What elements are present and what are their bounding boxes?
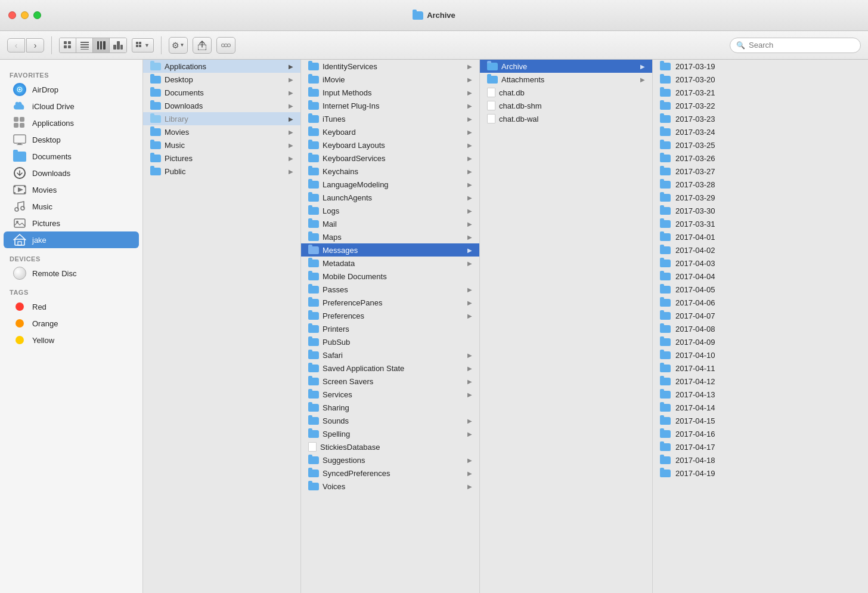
forward-button[interactable]: › xyxy=(26,38,44,52)
list-item[interactable]: 2017-04-11 xyxy=(653,362,868,375)
list-item[interactable]: 2017-04-02 xyxy=(653,243,868,257)
list-item[interactable]: 2017-04-16 xyxy=(653,427,868,440)
list-item-attachments[interactable]: Attachments ▶ xyxy=(480,73,652,86)
list-item-chat-db[interactable]: chat.db xyxy=(480,86,652,99)
list-item[interactable]: Screen Savers ▶ xyxy=(301,375,479,388)
list-item[interactable]: Spelling ▶ xyxy=(301,427,479,440)
list-item[interactable]: 2017-04-08 xyxy=(653,322,868,335)
search-input[interactable] xyxy=(749,41,854,50)
list-item[interactable]: Documents ▶ xyxy=(143,86,300,99)
list-item[interactable]: 2017-04-03 xyxy=(653,257,868,270)
sidebar-item-tag-orange[interactable]: Orange xyxy=(4,315,139,332)
sidebar-item-tag-red[interactable]: Red xyxy=(4,298,139,315)
list-item[interactable]: Pictures ▶ xyxy=(143,152,300,165)
list-item[interactable]: Applications ▶ xyxy=(143,60,300,73)
list-item[interactable]: IdentityServices ▶ xyxy=(301,60,479,73)
list-item[interactable]: 2017-03-26 xyxy=(653,152,868,165)
icon-view-button[interactable] xyxy=(60,38,76,52)
list-item[interactable]: Voices ▶ xyxy=(301,480,479,493)
list-item[interactable]: 2017-03-23 xyxy=(653,112,868,125)
tag-button[interactable] xyxy=(216,37,235,54)
list-item[interactable]: Music ▶ xyxy=(143,138,300,152)
list-item[interactable]: KeyboardServices ▶ xyxy=(301,152,479,165)
list-item[interactable]: 2017-03-19 xyxy=(653,60,868,73)
list-item[interactable]: 2017-03-22 xyxy=(653,99,868,112)
sidebar-item-tag-yellow[interactable]: Yellow xyxy=(4,332,139,348)
list-item[interactable]: 2017-04-15 xyxy=(653,414,868,427)
list-item[interactable]: Desktop ▶ xyxy=(143,73,300,86)
list-item[interactable]: 2017-03-25 xyxy=(653,138,868,152)
list-item[interactable]: 2017-04-10 xyxy=(653,348,868,362)
list-item[interactable]: Mail ▶ xyxy=(301,217,479,230)
list-item[interactable]: PubSub xyxy=(301,335,479,348)
list-item[interactable]: Keychains ▶ xyxy=(301,165,479,178)
list-item[interactable]: Suggestions ▶ xyxy=(301,453,479,467)
list-item[interactable]: PreferencePanes ▶ xyxy=(301,296,479,309)
list-item-messages[interactable]: Messages ▶ xyxy=(301,243,479,257)
sidebar-item-airdrop[interactable]: AirDrop xyxy=(4,81,139,98)
cover-flow-button[interactable] xyxy=(110,38,126,52)
back-button[interactable]: ‹ xyxy=(7,38,25,52)
list-item[interactable]: 2017-04-13 xyxy=(653,388,868,401)
list-view-button[interactable] xyxy=(76,38,93,52)
sidebar-item-jake[interactable]: jake xyxy=(4,231,139,248)
sidebar-item-remote-disc[interactable]: Remote Disc xyxy=(4,265,139,282)
list-item[interactable]: 2017-03-27 xyxy=(653,165,868,178)
list-item[interactable]: Maps ▶ xyxy=(301,230,479,243)
arrange-by-button[interactable]: ▼ xyxy=(132,38,154,52)
sidebar-item-documents[interactable]: Documents xyxy=(4,148,139,165)
list-item[interactable]: 2017-04-01 xyxy=(653,230,868,243)
list-item[interactable]: Services ▶ xyxy=(301,388,479,401)
list-item[interactable]: 2017-03-20 xyxy=(653,73,868,86)
list-item[interactable]: 2017-04-06 xyxy=(653,296,868,309)
list-item[interactable]: iTunes ▶ xyxy=(301,112,479,125)
list-item[interactable]: 2017-03-31 xyxy=(653,217,868,230)
list-item[interactable]: Internet Plug-Ins ▶ xyxy=(301,99,479,112)
list-item[interactable]: LanguageModeling ▶ xyxy=(301,178,479,191)
list-item[interactable]: Passes ▶ xyxy=(301,283,479,296)
list-item[interactable]: Mobile Documents xyxy=(301,270,479,283)
list-item[interactable]: Preferences ▶ xyxy=(301,309,479,322)
sidebar-item-desktop[interactable]: Desktop xyxy=(4,131,139,148)
sidebar-item-music[interactable]: Music xyxy=(4,198,139,215)
list-item[interactable]: Downloads ▶ xyxy=(143,99,300,112)
list-item[interactable]: 2017-04-12 xyxy=(653,375,868,388)
list-item[interactable]: iMovie ▶ xyxy=(301,73,479,86)
list-item[interactable]: LaunchAgents ▶ xyxy=(301,191,479,204)
list-item[interactable]: 2017-03-24 xyxy=(653,125,868,138)
list-item[interactable]: Public ▶ xyxy=(143,165,300,178)
list-item-archive[interactable]: Archive ▶ xyxy=(480,60,652,73)
list-item[interactable]: SyncedPreferences ▶ xyxy=(301,467,479,480)
list-item[interactable]: Keyboard Layouts ▶ xyxy=(301,138,479,152)
share-button[interactable] xyxy=(193,37,212,54)
sidebar-item-pictures[interactable]: Pictures xyxy=(4,215,139,231)
list-item[interactable]: Sounds ▶ xyxy=(301,414,479,427)
list-item[interactable]: Safari ▶ xyxy=(301,348,479,362)
settings-button[interactable]: ⚙ ▼ xyxy=(169,37,188,54)
list-item[interactable]: Sharing xyxy=(301,401,479,414)
list-item[interactable]: 2017-03-29 xyxy=(653,191,868,204)
list-item[interactable]: 2017-04-19 xyxy=(653,467,868,480)
list-item[interactable]: 2017-03-30 xyxy=(653,204,868,217)
list-item[interactable]: 2017-04-04 xyxy=(653,270,868,283)
list-item[interactable]: 2017-04-09 xyxy=(653,335,868,348)
list-item[interactable]: 2017-04-07 xyxy=(653,309,868,322)
search-bar[interactable]: 🔍 xyxy=(730,38,861,53)
list-item[interactable]: Keyboard ▶ xyxy=(301,125,479,138)
column-view-button[interactable] xyxy=(93,38,110,52)
list-item[interactable]: 2017-03-28 xyxy=(653,178,868,191)
sidebar-item-movies[interactable]: Movies xyxy=(4,181,139,198)
sidebar-item-downloads[interactable]: Downloads xyxy=(4,165,139,181)
list-item[interactable]: 2017-04-14 xyxy=(653,401,868,414)
list-item[interactable]: Logs ▶ xyxy=(301,204,479,217)
sidebar-item-icloud[interactable]: iCloud Drive xyxy=(4,98,139,115)
list-item[interactable]: StickiesDatabase xyxy=(301,440,479,453)
list-item-library[interactable]: Library ▶ xyxy=(143,112,300,125)
list-item[interactable]: 2017-04-05 xyxy=(653,283,868,296)
sidebar-item-applications[interactable]: Applications xyxy=(4,115,139,131)
list-item[interactable]: Movies ▶ xyxy=(143,125,300,138)
list-item[interactable]: Input Methods ▶ xyxy=(301,86,479,99)
close-button[interactable] xyxy=(8,11,16,19)
list-item[interactable]: Saved Application State ▶ xyxy=(301,362,479,375)
list-item[interactable]: 2017-04-18 xyxy=(653,453,868,467)
